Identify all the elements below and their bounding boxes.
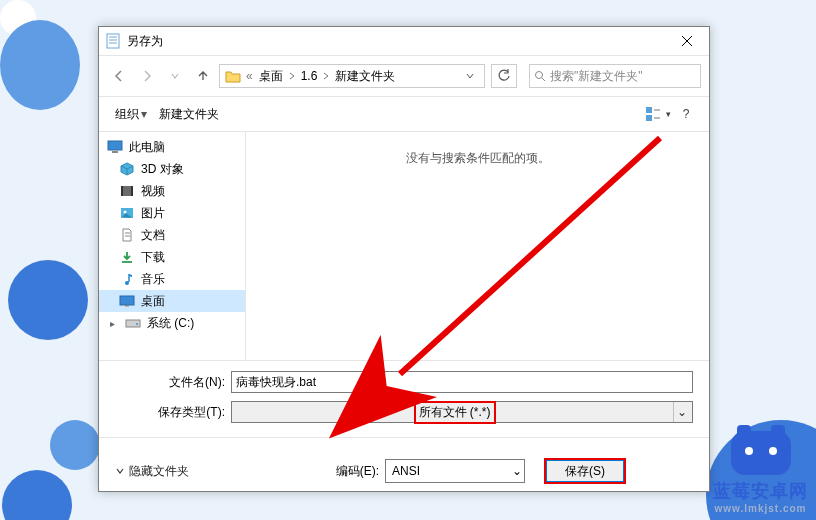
- cube-icon: [119, 161, 135, 177]
- chevron-down-icon: [466, 72, 474, 80]
- svg-rect-13: [112, 151, 118, 153]
- tree-label: 此电脑: [129, 139, 165, 156]
- save-button[interactable]: 保存(S): [545, 459, 625, 483]
- hide-folders-label: 隐藏文件夹: [129, 463, 189, 480]
- pc-icon: [107, 139, 123, 155]
- filetype-value: 所有文件 (*.*): [417, 404, 493, 421]
- tree-item-this-pc[interactable]: 此电脑: [99, 136, 245, 158]
- tree-item-documents[interactable]: 文档: [99, 224, 245, 246]
- back-button[interactable]: [107, 64, 131, 88]
- refresh-icon: [497, 69, 511, 83]
- filename-input[interactable]: [231, 371, 693, 393]
- chevron-down-icon: ⌄: [512, 464, 522, 478]
- svg-rect-12: [108, 141, 122, 150]
- tree-label: 3D 对象: [141, 161, 184, 178]
- close-button[interactable]: [665, 27, 709, 55]
- organize-menu[interactable]: 组织 ▾: [109, 104, 153, 125]
- tree-label: 桌面: [141, 293, 165, 310]
- forward-button[interactable]: [135, 64, 159, 88]
- save-as-dialog: 另存为 « 桌面 1.6 新建文件夹: [98, 26, 710, 492]
- new-folder-label: 新建文件夹: [159, 106, 219, 123]
- search-placeholder: 搜索"新建文件夹": [550, 68, 643, 85]
- breadcrumb-overflow[interactable]: «: [244, 69, 255, 83]
- tree-item-desktop[interactable]: 桌面: [99, 290, 245, 312]
- tree-label: 视频: [141, 183, 165, 200]
- chevron-down-icon: ▾: [666, 109, 671, 119]
- tree-label: 音乐: [141, 271, 165, 288]
- chevron-down-icon: ⌄: [673, 402, 690, 422]
- tree-item-videos[interactable]: 视频: [99, 180, 245, 202]
- notepad-icon: [105, 33, 121, 49]
- watermark-title: 蓝莓安卓网: [713, 479, 808, 503]
- nav-bar: « 桌面 1.6 新建文件夹 搜索"新建文件夹": [99, 56, 709, 97]
- chevron-down-icon: ▾: [141, 107, 147, 121]
- watermark-subtitle: www.lmkjst.com: [715, 503, 807, 514]
- help-button[interactable]: ?: [673, 103, 699, 125]
- download-icon: [119, 249, 135, 265]
- titlebar: 另存为: [99, 27, 709, 56]
- svg-rect-23: [120, 296, 134, 305]
- new-folder-button[interactable]: 新建文件夹: [153, 104, 225, 125]
- svg-rect-16: [131, 186, 133, 196]
- folder-icon: [224, 67, 242, 85]
- dialog-body: 此电脑 3D 对象 视频 图片 文档 下载: [99, 132, 709, 360]
- recent-dropdown[interactable]: [163, 64, 187, 88]
- hide-folders-toggle[interactable]: 隐藏文件夹: [115, 463, 189, 480]
- chevron-down-icon: [171, 72, 179, 80]
- file-list-pane: 没有与搜索条件匹配的项。: [246, 132, 709, 360]
- wallpaper-blob: [0, 20, 80, 110]
- close-icon: [682, 36, 692, 46]
- tree-item-3d-objects[interactable]: 3D 对象: [99, 158, 245, 180]
- arrow-up-icon: [196, 69, 210, 83]
- refresh-button[interactable]: [491, 64, 517, 88]
- document-icon: [119, 227, 135, 243]
- svg-rect-24: [125, 305, 129, 307]
- arrow-right-icon: [140, 69, 154, 83]
- encoding-label: 编码(E):: [336, 463, 379, 480]
- chevron-right-icon: [287, 72, 297, 80]
- wallpaper-blob: [2, 470, 72, 520]
- tree-item-music[interactable]: 音乐: [99, 268, 245, 290]
- film-icon: [119, 183, 135, 199]
- encoding-combo[interactable]: ANSI ⌄: [385, 459, 525, 483]
- tree-item-pictures[interactable]: 图片: [99, 202, 245, 224]
- bottom-bar: 隐藏文件夹 编码(E): ANSI ⌄ 保存(S): [99, 437, 709, 494]
- view-icon: [646, 107, 664, 121]
- filetype-combo[interactable]: 所有文件 (*.*) ⌄: [231, 401, 693, 423]
- breadcrumb-item[interactable]: 1.6: [299, 69, 320, 83]
- breadcrumb-dropdown[interactable]: [466, 72, 484, 80]
- filetype-label: 保存类型(T):: [115, 404, 231, 421]
- wallpaper-blob: [8, 260, 88, 340]
- no-results-text: 没有与搜索条件匹配的项。: [246, 150, 709, 167]
- tree-item-downloads[interactable]: 下载: [99, 246, 245, 268]
- filename-label: 文件名(N):: [115, 374, 231, 391]
- svg-line-7: [542, 78, 545, 81]
- nav-tree[interactable]: 此电脑 3D 对象 视频 图片 文档 下载: [99, 132, 246, 360]
- tree-label: 图片: [141, 205, 165, 222]
- breadcrumb-item[interactable]: 桌面: [257, 68, 285, 85]
- tree-label: 文档: [141, 227, 165, 244]
- music-icon: [119, 271, 135, 287]
- search-icon: [534, 70, 546, 82]
- help-icon: ?: [683, 107, 690, 121]
- search-input[interactable]: 搜索"新建文件夹": [529, 64, 701, 88]
- watermark-logo-icon: [731, 431, 791, 475]
- toolbar: 组织 ▾ 新建文件夹 ▾ ?: [99, 97, 709, 132]
- arrow-left-icon: [112, 69, 126, 83]
- desktop-icon: [119, 293, 135, 309]
- svg-point-26: [136, 323, 138, 325]
- breadcrumb[interactable]: « 桌面 1.6 新建文件夹: [219, 64, 485, 88]
- breadcrumb-item[interactable]: 新建文件夹: [333, 68, 397, 85]
- svg-point-22: [125, 281, 129, 285]
- save-button-label: 保存(S): [565, 463, 605, 480]
- tree-item-drive-c[interactable]: ▸ 系统 (C:): [99, 312, 245, 334]
- svg-rect-25: [126, 320, 140, 327]
- expand-icon[interactable]: ▸: [107, 318, 117, 329]
- up-button[interactable]: [191, 64, 215, 88]
- watermark: 蓝莓安卓网 www.lmkjst.com: [713, 431, 808, 514]
- dialog-title: 另存为: [127, 33, 665, 50]
- wallpaper-blob: [50, 420, 100, 470]
- svg-point-6: [536, 72, 543, 79]
- svg-rect-15: [121, 186, 123, 196]
- view-options-button[interactable]: ▾: [645, 103, 671, 125]
